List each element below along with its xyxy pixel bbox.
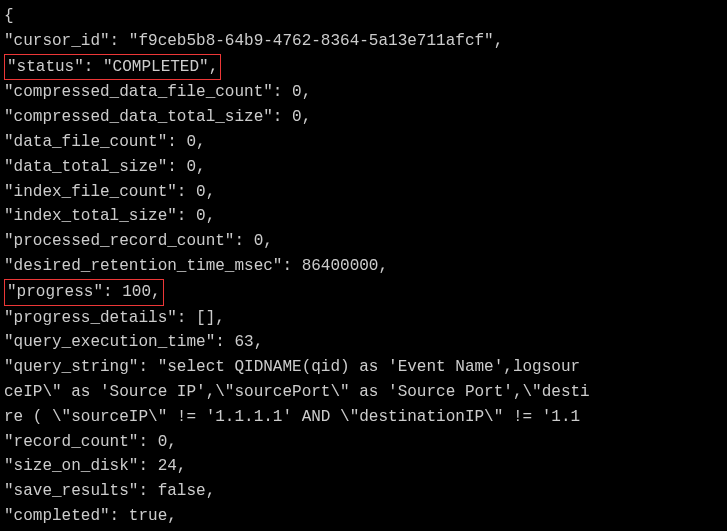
compressed-data-total-size-line: "compressed_data_total_size": 0,: [4, 105, 723, 130]
cursor-id-line: "cursor_id": "f9ceb5b8-64b9-4762-8364-5a…: [4, 29, 723, 54]
status-highlight: "status": "COMPLETED",: [4, 54, 221, 81]
record-count-line: "record_count": 0,: [4, 430, 723, 455]
completed-line: "completed": true,: [4, 504, 723, 529]
compressed-data-file-count-line: "compressed_data_file_count": 0,: [4, 80, 723, 105]
index-total-size-line: "index_total_size": 0,: [4, 204, 723, 229]
save-results-line: "save_results": false,: [4, 479, 723, 504]
progress-line-container: "progress": 100,: [4, 279, 723, 306]
index-file-count-line: "index_file_count": 0,: [4, 180, 723, 205]
query-string-line-1: "query_string": "select QIDNAME(qid) as …: [4, 355, 723, 380]
status-line-container: "status": "COMPLETED",: [4, 54, 723, 81]
progress-highlight: "progress": 100,: [4, 279, 164, 306]
data-file-count-line: "data_file_count": 0,: [4, 130, 723, 155]
data-total-size-line: "data_total_size": 0,: [4, 155, 723, 180]
json-open-brace: {: [4, 4, 723, 29]
query-string-line-2: ceIP\" as 'Source IP',\"sourcePort\" as …: [4, 380, 723, 405]
query-string-line-3: re ( \"sourceIP\" != '1.1.1.1' AND \"des…: [4, 405, 723, 430]
query-execution-time-line: "query_execution_time": 63,: [4, 330, 723, 355]
processed-record-count-line: "processed_record_count": 0,: [4, 229, 723, 254]
progress-details-line: "progress_details": [],: [4, 306, 723, 331]
desired-retention-time-msec-line: "desired_retention_time_msec": 86400000,: [4, 254, 723, 279]
size-on-disk-line: "size_on_disk": 24,: [4, 454, 723, 479]
